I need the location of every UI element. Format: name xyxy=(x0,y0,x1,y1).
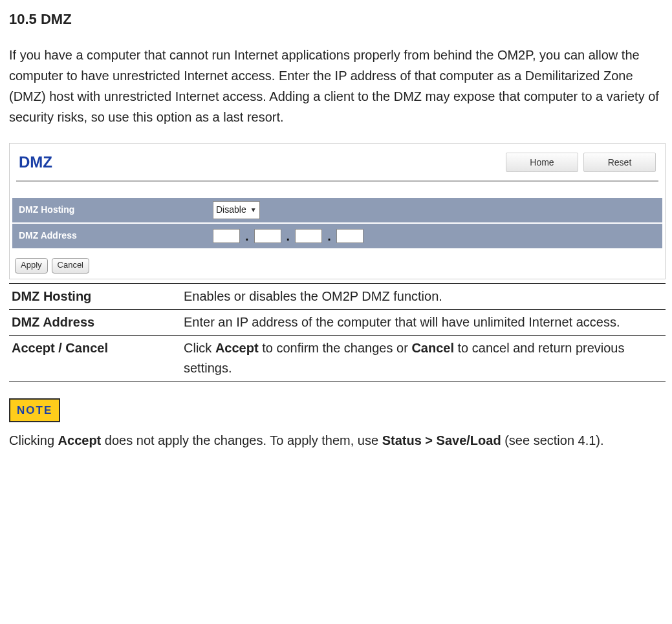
text: Clicking xyxy=(9,433,58,447)
bold-accept: Accept xyxy=(215,341,259,355)
def-term: Accept / Cancel xyxy=(9,335,181,381)
note-badge: NOTE xyxy=(9,398,60,422)
def-term: DMZ Address xyxy=(9,309,181,335)
reset-button[interactable]: Reset xyxy=(583,153,656,172)
bold-cancel: Cancel xyxy=(411,341,454,355)
dmz-address-row: DMZ Address . . . xyxy=(12,223,662,249)
dmz-hosting-select-value: Disable xyxy=(216,202,246,217)
table-row: Accept / Cancel Click Accept to confirm … xyxy=(9,335,666,381)
def-desc: Enter an IP address of the computer that… xyxy=(181,309,666,335)
dmz-hosting-row: DMZ Hosting Disable ▼ xyxy=(12,197,662,223)
panel-title: DMZ xyxy=(19,150,52,175)
ip-dot: . xyxy=(244,226,250,246)
ip-dot: . xyxy=(285,226,292,246)
dmz-hosting-select[interactable]: Disable ▼ xyxy=(213,201,260,219)
text: to confirm the changes or xyxy=(259,341,412,355)
panel-header-buttons: Home Reset xyxy=(506,153,656,172)
text: does not apply the changes. To apply the… xyxy=(101,433,382,447)
cancel-button[interactable]: Cancel xyxy=(52,258,89,274)
bold-status-save-load: Status > Save/Load xyxy=(382,433,501,447)
text: Click xyxy=(184,341,215,355)
def-term: DMZ Hosting xyxy=(9,283,181,309)
table-row: DMZ Address Enter an IP address of the c… xyxy=(9,309,666,335)
ip-dot: . xyxy=(326,226,332,246)
ip-octet-4-input[interactable] xyxy=(336,229,363,243)
note-paragraph: Clicking Accept does not apply the chang… xyxy=(9,430,666,451)
dmz-address-input-group: . . . xyxy=(213,226,662,246)
table-row: DMZ Hosting Enables or disables the OM2P… xyxy=(9,283,666,309)
header-divider xyxy=(16,180,658,182)
chevron-down-icon: ▼ xyxy=(250,205,257,215)
def-desc: Click Accept to confirm the changes or C… xyxy=(181,335,666,381)
dmz-hosting-label: DMZ Hosting xyxy=(12,202,213,217)
panel-header: DMZ Home Reset xyxy=(12,146,662,180)
def-desc: Enables or disables the OM2P DMZ functio… xyxy=(181,283,666,309)
ip-octet-2-input[interactable] xyxy=(254,229,281,243)
ip-octet-3-input[interactable] xyxy=(295,229,322,243)
text: (see section 4.1). xyxy=(501,433,604,447)
ip-octet-1-input[interactable] xyxy=(213,229,240,243)
dmz-config-panel: DMZ Home Reset DMZ Hosting Disable ▼ DMZ… xyxy=(9,143,666,279)
apply-button[interactable]: Apply xyxy=(15,258,48,274)
dmz-address-label: DMZ Address xyxy=(12,228,213,242)
bold-accept: Accept xyxy=(58,433,102,447)
section-heading: 10.5 DMZ xyxy=(9,8,666,30)
definitions-table: DMZ Hosting Enables or disables the OM2P… xyxy=(9,283,666,382)
home-button[interactable]: Home xyxy=(506,153,578,172)
intro-paragraph: If you have a computer that cannot run I… xyxy=(9,45,666,127)
panel-action-row: Apply Cancel xyxy=(12,249,662,276)
